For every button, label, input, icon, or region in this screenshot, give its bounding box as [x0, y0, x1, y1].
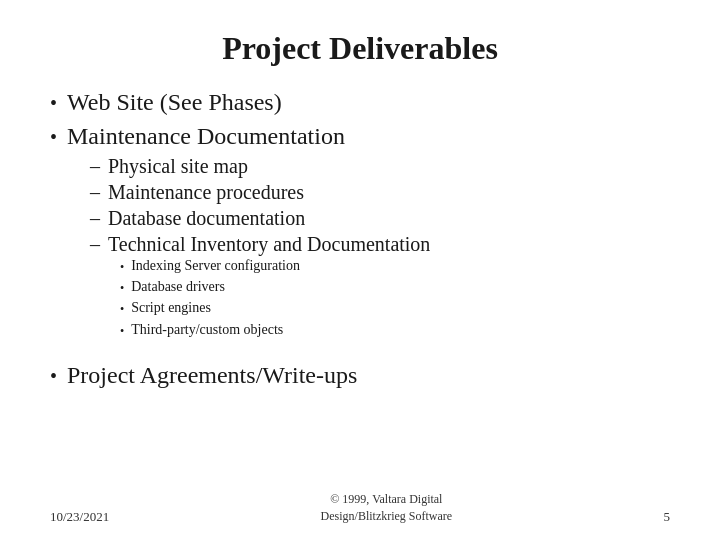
footer: 10/23/2021 © 1999, Valtara Digital Desig… [0, 491, 720, 525]
slide-title: Project Deliverables [50, 30, 670, 67]
nested-dot-4: • [120, 322, 124, 341]
footer-page: 5 [664, 509, 671, 525]
nested-item-script: • Script engines [120, 300, 300, 319]
nested-dot-2: • [120, 279, 124, 298]
list-item-maintenance: • Maintenance Documentation – Physical s… [50, 123, 670, 356]
sub-list: – Physical site map – Maintenance proced… [90, 155, 430, 350]
list-item-website: • Web Site (See Phases) [50, 89, 670, 117]
sub-item-maintenance-proc-text: Maintenance procedures [108, 181, 304, 204]
nested-dot-3: • [120, 300, 124, 319]
sub-item-maintenance-proc: – Maintenance procedures [90, 181, 430, 204]
nested-item-indexing-text: Indexing Server configuration [131, 258, 300, 274]
nested-list: • Indexing Server configuration • Databa… [120, 258, 300, 343]
sub-item-physical: – Physical site map [90, 155, 430, 178]
nested-item-thirdparty-text: Third-party/custom objects [131, 322, 283, 338]
sub-item-physical-text: Physical site map [108, 155, 248, 178]
nested-item-thirdparty: • Third-party/custom objects [120, 322, 300, 341]
list-item-agreements-text: Project Agreements/Write-ups [67, 362, 357, 389]
main-list: • Web Site (See Phases) • Maintenance Do… [50, 89, 670, 396]
nested-item-database-drivers-text: Database drivers [131, 279, 225, 295]
list-item-maintenance-text: Maintenance Documentation [67, 123, 345, 150]
dash-3: – [90, 207, 100, 230]
dash-1: – [90, 155, 100, 178]
dash-2: – [90, 181, 100, 204]
slide: Project Deliverables • Web Site (See Pha… [0, 0, 720, 540]
footer-date: 10/23/2021 [50, 509, 109, 525]
sub-item-technical: – Technical Inventory and Documentation … [90, 233, 430, 347]
footer-center: © 1999, Valtara Digital Design/Blitzkrie… [321, 491, 453, 525]
list-item-website-text: Web Site (See Phases) [67, 89, 282, 116]
footer-center-line2: Design/Blitzkrieg Software [321, 508, 453, 525]
bullet-dot-2: • [50, 123, 57, 151]
sub-item-database-doc-text: Database documentation [108, 207, 305, 230]
nested-item-database-drivers: • Database drivers [120, 279, 300, 298]
dash-4: – [90, 233, 100, 256]
list-item-agreements: • Project Agreements/Write-ups [50, 362, 670, 390]
nested-item-indexing: • Indexing Server configuration [120, 258, 300, 277]
footer-center-line1: © 1999, Valtara Digital [321, 491, 453, 508]
sub-item-database-doc: – Database documentation [90, 207, 430, 230]
nested-item-script-text: Script engines [131, 300, 211, 316]
bullet-dot-3: • [50, 362, 57, 390]
bullet-dot-1: • [50, 89, 57, 117]
nested-dot-1: • [120, 258, 124, 277]
sub-item-technical-text: Technical Inventory and Documentation [108, 233, 430, 256]
